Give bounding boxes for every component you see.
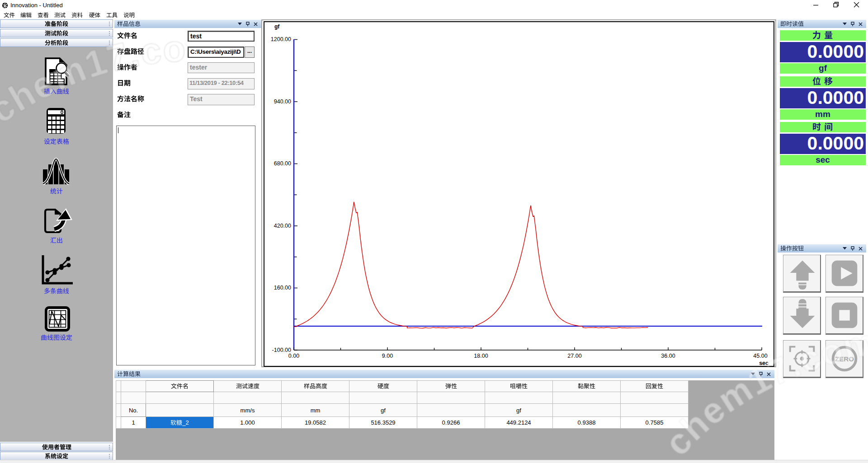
svg-text:ZERO: ZERO <box>835 355 854 363</box>
